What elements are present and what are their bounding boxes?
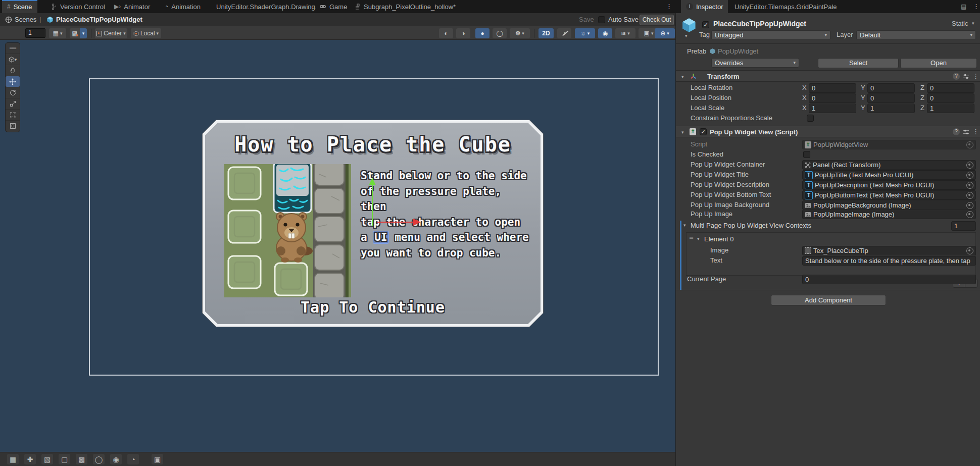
shading-mode-button[interactable]: ◐ [439,28,453,38]
script-help-icon[interactable]: ? [953,128,960,135]
snap-toggle-button[interactable]: ▩ [70,28,80,38]
tab-animation[interactable]: ◔ Animation [160,0,206,13]
widget-title-field[interactable]: T PopUpTitle (Text Mesh Pro UGUI) [802,170,976,180]
scale-z-field[interactable]: 1 [927,103,974,113]
position-z-field[interactable]: 0 [927,93,974,103]
box-fill-icon[interactable]: ▢ [59,454,70,464]
scene-visibility-eye-button[interactable]: ◉ [598,28,612,38]
image-background-field[interactable]: PopUpImageBackground (Image) [802,200,976,210]
script-component-header[interactable]: ▾ # ✓ Pop Up Widget View (Script) ? ⋮ [676,126,980,137]
scene-pane-menu-icon[interactable]: ⋮ [666,3,672,10]
shaded-sphere-button[interactable]: ● [475,28,489,38]
transform-header[interactable]: ▾ Transform ? ⋮ [676,70,980,82]
auto-save-checkbox[interactable] [598,16,605,23]
script-enabled-checkbox[interactable]: ✓ [700,128,707,135]
element-image-picker[interactable] [966,247,973,254]
element-text-field[interactable]: Stand below or to the side of the pressu… [802,256,976,266]
orientation-dropdown[interactable]: Local▾ [131,28,161,38]
grid-size-input[interactable]: 1 [25,28,45,38]
element-foldout[interactable]: ▾ [697,236,700,241]
save-button[interactable]: Save [579,16,594,23]
static-label[interactable]: Static [952,19,968,29]
widget-bottom-text-picker[interactable] [966,192,973,199]
script-menu-icon[interactable]: ⋮ [972,128,979,135]
breadcrumb-current[interactable]: PlaceCubeTipPopUpWidget [56,13,142,26]
breadcrumb-root[interactable]: Scenes [15,13,36,26]
widget-description-field[interactable]: T PopUpDescription (Text Mesh Pro UGUI) [802,180,976,190]
layers-dropdown[interactable]: ≋▾ [615,28,635,38]
layout-icon[interactable]: ▤ [961,3,966,10]
rotation-x-field[interactable]: 0 [809,83,856,93]
transform-preset-icon[interactable] [963,73,969,80]
position-x-field[interactable]: 0 [809,93,856,103]
grid-visibility-button[interactable]: ▦▾ [49,28,66,38]
widget-container-picker[interactable] [966,162,973,169]
transform-help-icon[interactable]: ? [953,73,960,80]
script-picker-icon[interactable] [966,141,973,148]
is-checked-checkbox[interactable] [803,151,810,158]
scene-viewport[interactable]: ══ ▾ [0,40,675,452]
overrides-dropdown[interactable]: Overrides▾ [711,58,799,68]
tab-subgraph[interactable]: Subgraph_PixelOutline_hollow* [350,0,461,13]
current-page-field[interactable]: 0 [802,275,976,284]
eraser-icon[interactable]: ◯ [93,454,105,464]
grid-select-icon[interactable]: ▦ [7,454,19,464]
gizmos-dropdown[interactable]: ⊕▾ [655,28,675,38]
scale-y-field[interactable]: 1 [867,103,915,113]
selected-text-highlight[interactable]: UI [373,231,388,243]
widget-container-field[interactable]: Panel (Rect Transform) [802,160,976,170]
inspector-pane-menu-icon[interactable]: ⋮ [973,3,979,10]
tab-scene[interactable]: # Scene [2,0,37,13]
transform-foldout[interactable]: ▾ [681,74,684,79]
pivot-mode-dropdown[interactable]: Center▾ [95,28,127,38]
add-component-button[interactable]: Add Component [771,295,886,305]
lighting-toggle-dropdown[interactable]: ☼▾ [575,28,595,38]
gizmo-x-axis[interactable] [377,222,413,223]
transform-menu-icon[interactable]: ⋮ [972,72,979,80]
hand-tool-button[interactable] [6,65,20,76]
rect-tool-button[interactable] [6,109,20,120]
zoom-icon[interactable]: ◔ [127,454,139,464]
tab-version-control[interactable]: Version Control [46,0,110,13]
snap-dropdown[interactable]: ▾ [80,28,87,38]
brush-icon[interactable]: ▧ [41,454,53,464]
tab-shadergraph[interactable]: UnityEditor.ShaderGraph.Drawing.M [211,0,316,13]
script-foldout[interactable]: ▾ [681,130,684,135]
picker-icon[interactable]: ▩ [76,454,87,464]
transform-tool-button[interactable] [6,120,20,131]
tab-game[interactable]: Game [314,0,352,13]
active-checkbox[interactable]: ✓ [702,21,709,28]
position-y-field[interactable]: 0 [867,93,915,103]
multipage-size-field[interactable]: 1 [951,221,976,231]
tab-inspector[interactable]: i Inspector [681,0,728,13]
gameobject-name[interactable]: PlaceCubeTipPopUpWidget [713,19,806,29]
audio-mute-button[interactable]: ♪ [557,28,571,38]
rotation-z-field[interactable]: 0 [927,83,974,93]
debug-draw-dropdown[interactable]: ❆▾ [510,28,530,38]
move-tool-button[interactable] [6,76,20,87]
layer-dropdown[interactable]: Default▾ [856,30,976,40]
widget-title-picker[interactable] [966,172,973,179]
move-tiles-icon[interactable]: ✚ [24,454,36,464]
widget-description-picker[interactable] [966,182,973,189]
static-dropdown-caret[interactable]: ▾ [972,21,974,26]
check-out-button[interactable]: Check Out [640,15,674,25]
prefab-name[interactable]: PopUpWidget [718,46,758,57]
tab-animator[interactable]: ▶› Animator [109,0,155,13]
tag-dropdown[interactable]: Untagged▾ [711,30,830,40]
2d-mode-button[interactable]: 2D [538,28,554,38]
image-background-picker[interactable] [966,202,973,209]
tab-gridpaintpalette[interactable]: UnityEditor.Tilemaps.GridPaintPalet [729,0,837,13]
camera-icon[interactable]: ▣ [152,454,163,464]
prefab-open-button[interactable]: Open [900,58,977,68]
rotation-y-field[interactable]: 0 [867,83,915,93]
element-label[interactable]: Element 0 [704,234,734,244]
scale-x-field[interactable]: 1 [809,103,856,113]
constrain-proportions-checkbox[interactable] [807,115,814,122]
unlit-sphere-button[interactable]: ◯ [493,28,507,38]
gameobject-foldout[interactable]: ▾ [685,33,688,38]
element-drag-handle[interactable]: ═ [690,235,693,241]
widget-bottom-text-field[interactable]: T PopUpButtomText (Text Mesh Pro UGUI) [802,190,976,200]
script-preset-icon[interactable] [963,129,969,135]
fill-icon[interactable]: ◉ [110,454,122,464]
